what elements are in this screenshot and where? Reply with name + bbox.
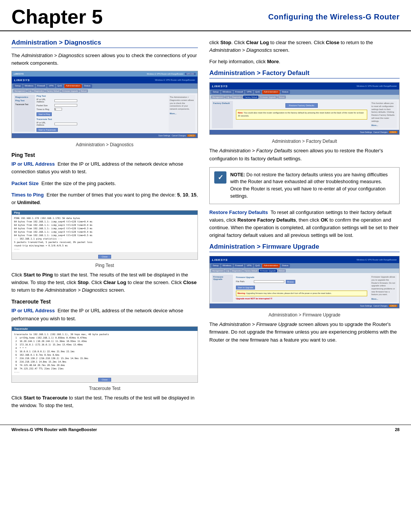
- note-icon: ✓: [214, 171, 226, 184]
- page-header: Chapter 5 Configuring the Wireless-G Rou…: [0, 0, 411, 31]
- firmware-bottom-bar: Save Settings Cancel Changes CISCO: [210, 304, 399, 308]
- continued-text: click Stop. Click Clear Log to clear the…: [209, 39, 400, 54]
- page-body: Administration > Diagnostics The Adminis…: [0, 31, 411, 421]
- firmware-right-panel: Firmware Upgrade allows you to upgrade t…: [370, 275, 397, 302]
- traceroute-after-text: Click Start to Traceroute to start the t…: [11, 394, 198, 409]
- firmware-intro: The Administration > Firmware Upgrade sc…: [209, 321, 400, 343]
- firmware-main: Firmware Upgrade File Path: Browse Start…: [234, 275, 369, 302]
- factory-bottom-bar: Save Settings Cancel Changes CISCO: [210, 130, 399, 134]
- page-footer: Wireless-G VPN Router with RangeBooster …: [0, 425, 411, 434]
- router-bottom-bar-diag: Save Settings Cancel Changes CISCO: [12, 133, 198, 138]
- chapter-subtitle: Configuring the Wireless-G Router: [103, 13, 400, 21]
- factory-right-panel: This function allows you to reset all co…: [370, 101, 397, 128]
- router-sidebar: Diagnostics Ping Test Traceroute Test: [14, 95, 35, 132]
- firmware-screenshot: LINKSYS Wireless-G VPN Router with Range…: [209, 256, 400, 308]
- more-text: For help information, click More.: [209, 58, 400, 66]
- factory-router-content: Factory Default Restore Factory Defaults…: [210, 99, 399, 130]
- factory-caption: Administration > Factory Default: [209, 139, 400, 144]
- firmware-sidebar: Firmware Upgrade: [212, 275, 233, 302]
- diagnostics-heading: Administration > Diagnostics: [11, 39, 198, 48]
- ping-footer: Close: [12, 252, 198, 259]
- note-text: NOTE: Do not restore the factory default…: [230, 171, 395, 200]
- router-content: Diagnostics Ping Test Traceroute Test Pi…: [12, 93, 198, 133]
- footer-left: Wireless-G VPN Router with RangeBooster: [11, 427, 97, 432]
- firmware-router-nav: Setup Wireless Firewall VPN QoS Administ…: [210, 263, 399, 268]
- traceroute-header: Traceroute: [12, 327, 198, 331]
- footer-right: 28: [395, 427, 400, 432]
- diagnostics-intro: The Administration > Diagnostics screen …: [11, 52, 198, 67]
- factory-tab-bar: Management Log Diagnostics Factory Defau…: [210, 95, 399, 99]
- router-nav: Setup Wireless Firewall VPN QoS Administ…: [12, 83, 198, 89]
- factory-sidebar: Factory Default: [212, 101, 233, 128]
- router-tab-bar: Management Log Diagnostics Factory Defau…: [12, 89, 198, 93]
- ping-test-caption: Ping Test: [11, 263, 198, 268]
- traceroute-screenshot: Traceroute traceroute to 192.168.1.1 (19…: [11, 326, 198, 383]
- traceroute-heading: Traceroute Test: [11, 299, 198, 305]
- ping-output: PING 192.168.1.170 (192.168.1.170) 56 da…: [12, 215, 198, 252]
- factory-default-heading: Administration > Factory Default: [209, 69, 400, 78]
- factory-default-screenshot: LINKSYS Wireless-G VPN Router with Range…: [209, 82, 400, 135]
- firmware-caption: Administration > Firmware Upgrade: [209, 312, 400, 318]
- restore-factory-desc: Restore Factory Defaults To reset all co…: [209, 209, 400, 240]
- times-to-ping-desc: Times to Ping Enter the number of times …: [11, 191, 198, 206]
- packet-size-desc: Packet Size Enter the size of the ping p…: [11, 180, 198, 187]
- router-right-panel-diag: The Administration > Diagnostics screen …: [169, 95, 195, 132]
- packet-size-label: Packet Size: [11, 181, 39, 186]
- close-btn[interactable]: Close: [98, 255, 111, 259]
- router-main-content-diag: Ping Test IP or URL Address Packet Size …: [37, 95, 167, 132]
- traceroute-ip-label: IP or URL Address: [11, 308, 55, 313]
- traceroute-footer: Close: [12, 375, 198, 382]
- diagnostics-screenshot: LINKSYS Wireless-G VPN Router with Range…: [11, 71, 198, 138]
- ip-url-label: IP or URL Address: [11, 161, 55, 167]
- firmware-heading: Administration > Firmware Upgrade: [209, 243, 400, 252]
- diagnostics-screenshot-caption: Administration > Diagnostics: [11, 142, 198, 147]
- firmware-tab-bar: Management Log Diagnostics Factory Defau…: [210, 268, 399, 273]
- ip-url-field-desc: IP or URL Address Enter the IP or URL ad…: [11, 160, 198, 176]
- firmware-router-content: Firmware Upgrade Firmware Upgrade File P…: [210, 273, 399, 304]
- note-box: ✓ NOTE: Do not restore the factory defau…: [209, 167, 400, 204]
- factory-intro: The Administration > Factory Defaults sc…: [209, 147, 400, 162]
- factory-main: Restore Factory Defaults Note: You could…: [234, 101, 369, 128]
- right-column: click Stop. Click Clear Log to clear the…: [209, 39, 400, 413]
- ping-header: Ping: [12, 211, 198, 215]
- traceroute-close-btn[interactable]: Close: [98, 378, 111, 382]
- traceroute-caption: Traceroute Test: [11, 386, 198, 391]
- factory-router-nav: Setup Wireless Firewall VPN QoS Administ…: [210, 89, 399, 95]
- ping-test-heading: Ping Test: [11, 152, 198, 158]
- traceroute-ip-desc: IP or URL Address Enter the IP or URL ad…: [11, 307, 198, 322]
- restore-factory-label: Restore Factory Defaults: [209, 209, 268, 215]
- times-to-ping-label: Times to Ping: [11, 192, 44, 198]
- router-top-bar: LINKSYS Wireless-G VPN Router with Range…: [12, 71, 198, 77]
- traceroute-output: traceroute to 192.168.1.1 (192.168.1.1),…: [12, 331, 198, 375]
- chapter-title: Chapter 5: [11, 7, 103, 27]
- ping-after-text: Click Start to Ping to start the test. T…: [11, 271, 198, 294]
- left-column: Administration > Diagnostics The Adminis…: [11, 39, 198, 413]
- ping-test-screenshot: Ping PING 192.168.1.170 (192.168.1.170) …: [11, 210, 198, 260]
